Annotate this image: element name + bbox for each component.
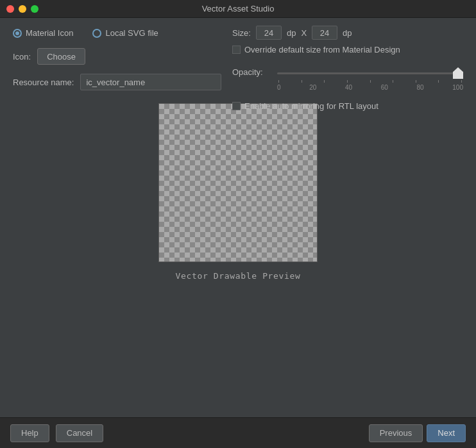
material-icon-label: Material Icon <box>26 28 73 38</box>
window-controls <box>6 5 38 13</box>
local-svg-option[interactable]: Local SVG file <box>92 28 158 38</box>
help-button[interactable]: Help <box>10 424 49 442</box>
title-bar: Vector Asset Studio <box>0 0 476 18</box>
checker-preview <box>158 103 318 262</box>
override-size-row: Override default size from Material Desi… <box>232 45 463 54</box>
local-svg-label: Local SVG file <box>105 28 158 38</box>
opacity-slider-container: 0 20 40 60 80 100 <box>277 66 463 91</box>
opacity-slider-track <box>277 72 463 74</box>
icon-label: Icon: <box>13 52 31 62</box>
window-title: Vector Asset Studio <box>202 4 275 13</box>
next-button[interactable]: Next <box>427 424 466 442</box>
size-width-input[interactable] <box>256 26 282 40</box>
bottom-right-buttons: Previous Next <box>369 424 466 442</box>
size-row: Size: dp X dp <box>232 26 463 40</box>
tick-5 <box>393 80 393 83</box>
slider-label-0: 0 <box>277 84 281 91</box>
material-icon-radio[interactable] <box>13 29 22 38</box>
maximize-button[interactable] <box>31 5 38 13</box>
previous-button[interactable]: Previous <box>369 424 423 442</box>
choose-button[interactable]: Choose <box>37 48 85 65</box>
tick-4 <box>370 80 371 83</box>
slider-labels: 0 20 40 60 80 100 <box>277 84 463 91</box>
rtl-checkbox[interactable] <box>232 102 241 110</box>
bottom-bar: Help Cancel Previous Next <box>0 417 476 448</box>
rtl-row: Enable auto mirroring for RTL layout <box>232 101 463 111</box>
slider-label-100: 100 <box>452 84 463 91</box>
tick-6 <box>416 80 416 83</box>
slider-label-60: 60 <box>381 84 388 91</box>
size-unit-label: dp <box>287 28 296 38</box>
tick-3 <box>347 80 348 83</box>
bottom-left-buttons: Help Cancel <box>10 424 103 442</box>
override-size-checkbox[interactable] <box>232 46 241 54</box>
preview-area: Vector Drawable Preview <box>13 103 463 281</box>
size-label: Size: <box>232 28 251 38</box>
tick-0 <box>278 80 279 83</box>
opacity-section: Opacity: <box>232 66 463 91</box>
tick-7 <box>438 80 439 83</box>
local-svg-radio[interactable] <box>92 29 101 38</box>
size-x-separator: X <box>301 28 307 38</box>
resource-name-input[interactable] <box>80 74 221 90</box>
tick-8 <box>461 80 462 83</box>
size-unit-label2: dp <box>343 28 352 38</box>
opacity-slider-track-area[interactable] <box>277 66 463 80</box>
top-right-panel: Size: dp X dp Override default size from… <box>232 26 463 111</box>
preview-label: Vector Drawable Preview <box>176 271 301 281</box>
opacity-slider-thumb[interactable] <box>453 67 463 79</box>
cancel-button[interactable]: Cancel <box>56 424 103 442</box>
minimize-button[interactable] <box>19 5 26 13</box>
tick-1 <box>302 80 302 83</box>
override-size-label: Override default size from Material Desi… <box>244 45 400 54</box>
rtl-label: Enable auto mirroring for RTL layout <box>244 101 378 111</box>
opacity-label: Opacity: <box>232 67 271 77</box>
close-button[interactable] <box>6 5 14 13</box>
slider-ticks <box>277 80 463 83</box>
slider-label-20: 20 <box>309 84 316 91</box>
resource-name-label: Resource name: <box>13 78 74 87</box>
size-height-input[interactable] <box>312 26 337 40</box>
main-content: Size: dp X dp Override default size from… <box>0 18 476 281</box>
slider-label-40: 40 <box>345 84 352 91</box>
slider-label-80: 80 <box>417 84 424 91</box>
tick-2 <box>324 80 325 83</box>
material-icon-option[interactable]: Material Icon <box>13 28 73 38</box>
opacity-row: Opacity: <box>232 66 463 91</box>
